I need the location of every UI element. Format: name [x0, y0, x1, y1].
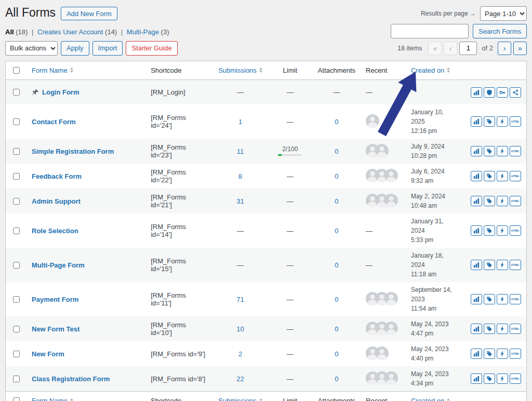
form-name-link[interactable]: Feedback Form	[32, 172, 82, 180]
attachments-link[interactable]: 0	[335, 261, 338, 269]
import-button[interactable]: Import	[92, 41, 123, 56]
action-bolt-button[interactable]	[497, 196, 508, 206]
attachments-link[interactable]: 0	[335, 375, 338, 383]
sort-created-on[interactable]: Created on	[411, 397, 450, 401]
filter-multi-page[interactable]: Multi-Page (3)	[127, 28, 169, 36]
row-checkbox[interactable]	[13, 228, 20, 234]
action-tag-button[interactable]	[484, 116, 495, 127]
submissions-link[interactable]: 71	[236, 296, 244, 303]
search-forms-button[interactable]: Search Forms	[473, 24, 527, 38]
action-html-button[interactable]: HTML	[510, 349, 521, 359]
action-bolt-button[interactable]	[497, 349, 508, 359]
select-all-checkbox-bottom[interactable]	[13, 397, 20, 401]
action-bolt-button[interactable]	[497, 171, 508, 181]
action-tag-button[interactable]	[484, 349, 495, 359]
action-chart-button[interactable]	[471, 349, 482, 359]
sort-submissions[interactable]: Submissions	[218, 397, 262, 401]
action-html-button[interactable]: HTML	[510, 373, 521, 384]
action-html-button[interactable]: HTML	[510, 324, 521, 334]
action-bolt-button[interactable]	[497, 260, 508, 270]
starter-guide-button[interactable]: Starter Guide	[126, 41, 177, 56]
action-tag-button[interactable]	[484, 294, 495, 304]
form-name-link[interactable]: Simple Registration Form	[32, 148, 114, 155]
row-checkbox[interactable]	[13, 198, 20, 205]
form-name-link[interactable]: Class Registration Form	[32, 375, 110, 383]
action-chart-button[interactable]	[471, 146, 482, 156]
action-bolt-button[interactable]	[497, 225, 508, 236]
action-tag-button[interactable]	[484, 146, 495, 156]
attachments-link[interactable]: 0	[335, 148, 338, 155]
attachments-link[interactable]: 0	[335, 197, 338, 205]
select-all-checkbox[interactable]	[13, 67, 20, 74]
sort-form-name[interactable]: Form Name	[32, 397, 73, 401]
action-bolt-button[interactable]	[497, 294, 508, 304]
next-page-button[interactable]: ›	[498, 42, 511, 55]
action-chart-button[interactable]	[471, 294, 482, 304]
action-chart-button[interactable]	[471, 196, 482, 206]
attachments-link[interactable]: 0	[335, 325, 338, 333]
form-name-link[interactable]: Payment Form	[32, 296, 78, 303]
action-html-button[interactable]: HTML	[510, 196, 521, 206]
row-checkbox[interactable]	[13, 326, 20, 332]
attachments-link[interactable]: 0	[335, 118, 338, 126]
action-tag-button[interactable]	[484, 373, 495, 384]
action-tag-button[interactable]	[484, 225, 495, 236]
filter-creates-user-account[interactable]: Creates User Account (14)	[37, 28, 127, 36]
action-tag-button[interactable]	[484, 196, 495, 206]
action-bolt-button[interactable]	[497, 116, 508, 127]
action-chart-button[interactable]	[471, 87, 482, 98]
action-tag-button[interactable]	[484, 260, 495, 270]
action-tag-button[interactable]	[484, 324, 495, 334]
action-chart-button[interactable]	[471, 373, 482, 384]
form-name-link[interactable]: Role Selection	[32, 227, 78, 235]
current-page-input[interactable]	[459, 42, 477, 55]
row-checkbox[interactable]	[13, 118, 20, 125]
action-bolt-button[interactable]	[497, 373, 508, 384]
submissions-link[interactable]: 1	[238, 118, 242, 126]
row-checkbox[interactable]	[13, 262, 20, 269]
action-chart-button[interactable]	[471, 171, 482, 181]
sort-form-name[interactable]: Form Name	[32, 66, 73, 74]
action-workflow-button[interactable]	[510, 87, 521, 98]
action-html-button[interactable]: HTML	[510, 260, 521, 270]
form-name-link[interactable]: Contact Form	[32, 118, 76, 126]
attachments-link[interactable]: 0	[335, 172, 338, 180]
page-range-select[interactable]: Page 1-10	[480, 6, 527, 21]
form-name-link[interactable]: New Form	[32, 350, 64, 358]
submissions-link[interactable]: 2	[238, 350, 242, 358]
row-checkbox[interactable]	[13, 173, 20, 180]
action-shield-button[interactable]	[484, 87, 495, 98]
last-page-button[interactable]: »	[513, 42, 527, 55]
submissions-link[interactable]: 31	[236, 197, 244, 205]
attachments-link[interactable]: 0	[335, 227, 338, 235]
apply-button-top[interactable]: Apply	[61, 41, 89, 56]
submissions-link[interactable]: 11	[237, 148, 244, 155]
sort-submissions[interactable]: Submissions	[218, 66, 262, 74]
action-html-button[interactable]: HTML	[510, 225, 521, 236]
action-key-button[interactable]	[497, 87, 508, 98]
search-input[interactable]	[391, 24, 469, 38]
action-html-button[interactable]: HTML	[510, 146, 521, 156]
form-name-link[interactable]: Multi-Page Form	[32, 261, 85, 269]
submissions-link[interactable]: 10	[236, 325, 244, 333]
row-checkbox[interactable]	[13, 296, 20, 303]
attachments-link[interactable]: 0	[335, 350, 338, 358]
form-name-link[interactable]: Admin Support	[32, 197, 81, 205]
row-checkbox[interactable]	[13, 376, 20, 382]
submissions-link[interactable]: 8	[238, 172, 242, 180]
sort-created-on[interactable]: Created on	[411, 66, 450, 74]
action-bolt-button[interactable]	[497, 324, 508, 334]
action-html-button[interactable]: HTML	[510, 171, 521, 181]
form-name-link[interactable]: New Form Test	[32, 325, 79, 333]
action-chart-button[interactable]	[471, 116, 482, 127]
action-bolt-button[interactable]	[497, 146, 508, 156]
bulk-actions-select-top[interactable]: Bulk actions	[5, 41, 58, 56]
action-tag-button[interactable]	[484, 171, 495, 181]
row-checkbox[interactable]	[13, 89, 20, 96]
row-checkbox[interactable]	[13, 148, 20, 155]
filter-all[interactable]: All (18)	[5, 28, 37, 36]
row-checkbox[interactable]	[13, 351, 20, 357]
action-chart-button[interactable]	[471, 225, 482, 236]
action-chart-button[interactable]	[471, 324, 482, 334]
submissions-link[interactable]: 22	[236, 375, 244, 383]
